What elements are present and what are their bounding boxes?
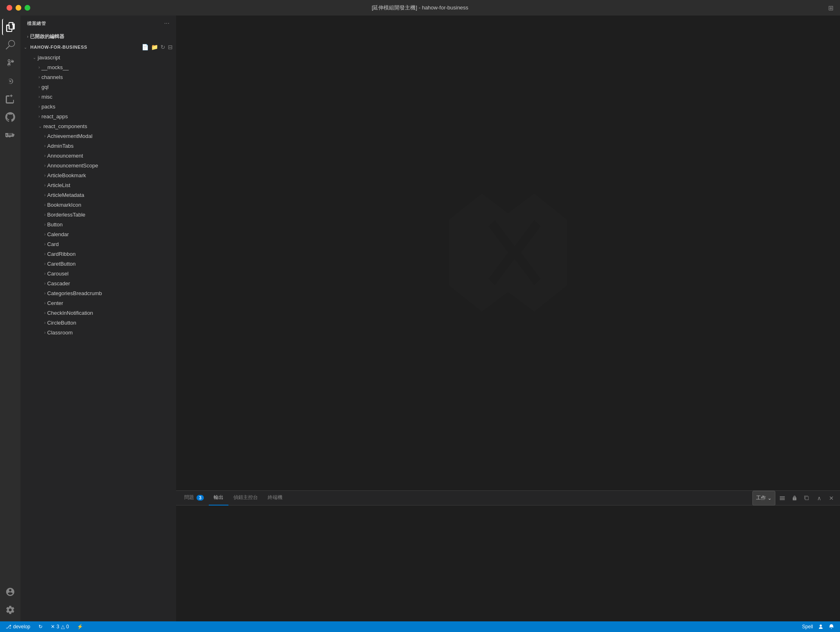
folder-announcement-scope[interactable]: › AnnouncementScope bbox=[20, 160, 176, 170]
more-actions-button[interactable]: ··· bbox=[164, 20, 169, 27]
tab-output[interactable]: 輸出 bbox=[209, 491, 228, 506]
persons-icon bbox=[818, 624, 824, 630]
folder-card-label: Card bbox=[47, 241, 59, 247]
folder-article-bookmark[interactable]: › ArticleBookmark bbox=[20, 170, 176, 180]
folder-circle-button-label: CircleButton bbox=[47, 320, 76, 326]
folder-react-components-label: react_components bbox=[43, 123, 87, 129]
folder-classroom[interactable]: › Classroom bbox=[20, 327, 176, 337]
lightning-icon: ⚡ bbox=[77, 624, 83, 630]
folder-article-metadata[interactable]: › ArticleMetadata bbox=[20, 190, 176, 200]
folder-gql[interactable]: › gql bbox=[20, 82, 176, 92]
chevron-right-icon: › bbox=[44, 153, 45, 158]
chevron-right-icon: › bbox=[44, 301, 45, 305]
lightning-status[interactable]: ⚡ bbox=[75, 621, 86, 632]
close-panel-button[interactable]: ✕ bbox=[826, 493, 837, 503]
folder-card-ribbon[interactable]: › CardRibbon bbox=[20, 249, 176, 259]
chevron-right-icon: › bbox=[44, 242, 45, 246]
activity-docker[interactable] bbox=[2, 127, 18, 143]
activity-explorer[interactable] bbox=[2, 19, 18, 35]
scroll-up-button[interactable]: ∧ bbox=[814, 493, 824, 503]
maximize-button[interactable] bbox=[25, 5, 30, 11]
folder-article-list[interactable]: › ArticleList bbox=[20, 180, 176, 190]
folder-bookmark-icon[interactable]: › BookmarkIcon bbox=[20, 200, 176, 210]
clear-output-button[interactable] bbox=[777, 493, 788, 503]
folder-carousel[interactable]: › Carousel bbox=[20, 269, 176, 278]
panel: 問題 3 輸出 偵錯主控台 終端機 工作 ⌄ bbox=[176, 490, 840, 621]
folder-mocks[interactable]: › __mocks__ bbox=[20, 62, 176, 72]
folder-classroom-label: Classroom bbox=[47, 330, 72, 336]
chevron-right-icon: › bbox=[44, 134, 45, 138]
folder-react-apps[interactable]: › react_apps bbox=[20, 111, 176, 121]
new-file-icon[interactable]: 📄 bbox=[142, 44, 149, 50]
chevron-down-icon: ⌄ bbox=[38, 124, 42, 129]
folder-admin-tabs[interactable]: › AdminTabs bbox=[20, 141, 176, 151]
errors-status[interactable]: ✕ 3 △ 0 bbox=[48, 621, 71, 632]
folder-packs[interactable]: › packs bbox=[20, 102, 176, 111]
folder-calendar[interactable]: › Calendar bbox=[20, 229, 176, 239]
folder-achievement-modal[interactable]: › AchievementModal bbox=[20, 131, 176, 141]
chevron-right-icon: › bbox=[44, 262, 45, 266]
new-folder-icon[interactable]: 📁 bbox=[151, 44, 158, 50]
project-row[interactable]: ⌄ HAHOW-FOR-BUSINESS 📄 📁 ↻ ⊟ bbox=[20, 42, 176, 52]
folder-borderless-table[interactable]: › BorderlessTable bbox=[20, 210, 176, 219]
tab-debug-label: 偵錯主控台 bbox=[233, 494, 258, 501]
folder-misc[interactable]: › misc bbox=[20, 92, 176, 102]
sidebar: 檔案總管 ··· › 已開啟的編輯器 ⌄ HAHOW-FOR-BUSINESS … bbox=[20, 16, 176, 621]
close-button[interactable] bbox=[7, 5, 12, 11]
chevron-right-icon: › bbox=[38, 85, 40, 89]
tab-terminal[interactable]: 終端機 bbox=[263, 491, 287, 506]
task-dropdown[interactable]: 工作 ⌄ bbox=[752, 491, 775, 506]
activity-search[interactable] bbox=[2, 37, 18, 53]
folder-button[interactable]: › Button bbox=[20, 219, 176, 229]
task-dropdown-label: 工作 bbox=[756, 494, 766, 501]
activity-source-control[interactable] bbox=[2, 55, 18, 71]
folder-packs-label: packs bbox=[41, 104, 55, 110]
notifications-status[interactable] bbox=[826, 621, 837, 632]
activity-account[interactable] bbox=[2, 584, 18, 600]
window-controls bbox=[7, 5, 30, 11]
lock-button[interactable] bbox=[789, 493, 800, 503]
activity-github[interactable] bbox=[2, 109, 18, 125]
activity-settings[interactable] bbox=[2, 602, 18, 618]
folder-announcement[interactable]: › Announcement bbox=[20, 151, 176, 160]
warnings-count: 0 bbox=[66, 624, 69, 630]
list-icon bbox=[779, 495, 785, 501]
activity-extensions[interactable] bbox=[2, 91, 18, 107]
folder-javascript[interactable]: ⌄ javascript bbox=[20, 52, 176, 62]
editor-main bbox=[176, 16, 840, 490]
spell-check[interactable]: Spell bbox=[799, 621, 815, 632]
folder-achievement-modal-label: AchievementModal bbox=[47, 133, 93, 139]
folder-cascader[interactable]: › Cascader bbox=[20, 278, 176, 288]
chevron-right-icon: › bbox=[38, 114, 40, 119]
errors-count: 3 bbox=[56, 624, 59, 630]
folder-categories-breadcrumb[interactable]: › CategoriesBreadcrumb bbox=[20, 288, 176, 298]
folder-card[interactable]: › Card bbox=[20, 239, 176, 249]
panel-controls: 工作 ⌄ ∧ ✕ bbox=[752, 491, 837, 506]
git-branch[interactable]: ⎇ develop bbox=[3, 621, 33, 632]
folder-circle-button[interactable]: › CircleButton bbox=[20, 318, 176, 327]
accounts-status[interactable] bbox=[815, 621, 826, 632]
panel-content bbox=[176, 506, 840, 621]
folder-misc-label: misc bbox=[41, 94, 52, 100]
refresh-icon[interactable]: ↻ bbox=[160, 44, 165, 50]
activity-bar bbox=[0, 16, 20, 621]
copy-button[interactable] bbox=[802, 493, 812, 503]
folder-channels[interactable]: › channels bbox=[20, 72, 176, 82]
folder-checkin-notification[interactable]: › CheckInNotification bbox=[20, 308, 176, 318]
layout-icon[interactable]: ⊞ bbox=[828, 4, 833, 12]
collapse-all-icon[interactable]: ⊟ bbox=[168, 44, 173, 50]
folder-checkin-notification-label: CheckInNotification bbox=[47, 310, 93, 316]
folder-react-components[interactable]: ⌄ react_components bbox=[20, 121, 176, 131]
chevron-down-icon: ⌄ bbox=[24, 45, 27, 50]
tab-debug-console[interactable]: 偵錯主控台 bbox=[228, 491, 263, 506]
minimize-button[interactable] bbox=[16, 5, 21, 11]
folder-caret-button[interactable]: › CaretButton bbox=[20, 259, 176, 269]
activity-run[interactable] bbox=[2, 73, 18, 89]
status-left: ⎇ develop ↻ ✕ 3 △ 0 ⚡ bbox=[3, 621, 86, 632]
tab-problems[interactable]: 問題 3 bbox=[179, 491, 209, 506]
folder-center[interactable]: › Center bbox=[20, 298, 176, 308]
opened-editors-section[interactable]: › 已開啟的編輯器 bbox=[20, 31, 176, 42]
sync-status[interactable]: ↻ bbox=[36, 621, 45, 632]
chevron-right-icon: › bbox=[44, 212, 45, 217]
branch-name: develop bbox=[13, 624, 30, 630]
